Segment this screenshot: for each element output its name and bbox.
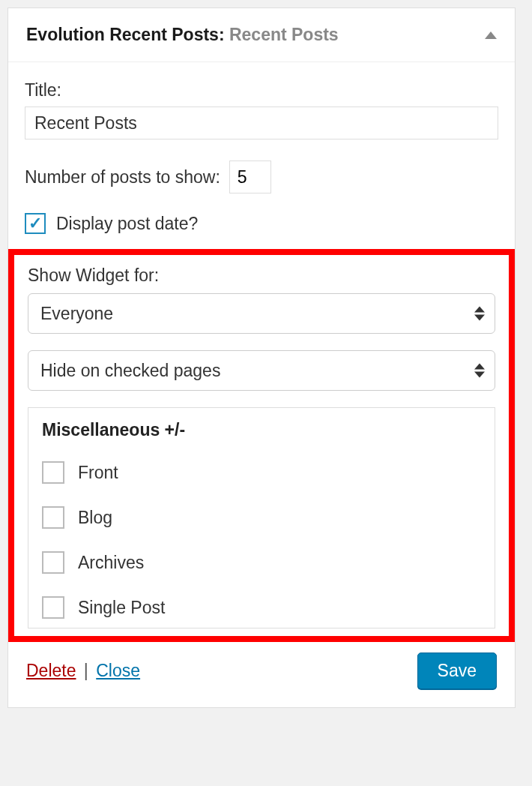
title-group: Title:: [25, 80, 498, 140]
widget-name: Evolution Recent Posts: [26, 25, 219, 44]
page-label: Blog: [78, 508, 112, 528]
rule-select[interactable]: Hide on checked pages: [28, 350, 495, 391]
page-row-blog: Blog: [42, 506, 481, 529]
delete-link[interactable]: Delete: [26, 661, 76, 680]
show-widget-label: Show Widget for:: [28, 266, 495, 286]
page-checkbox-single-post[interactable]: [42, 596, 64, 619]
page-label: Single Post: [78, 598, 165, 618]
pages-box: Miscellaneous +/- Front Blog Archives Si…: [28, 407, 495, 628]
widget-container: Evolution Recent Posts: Recent Posts Tit…: [7, 8, 516, 708]
rule-select-wrap: Hide on checked pages: [28, 350, 495, 391]
num-posts-input[interactable]: [229, 160, 271, 194]
num-posts-label: Number of posts to show:: [25, 167, 220, 188]
page-checkbox-archives[interactable]: [42, 551, 64, 574]
widget-footer: Delete | Close Save: [8, 642, 515, 707]
save-button[interactable]: Save: [417, 652, 497, 689]
visibility-highlight-box: Show Widget for: Everyone Hide on checke…: [8, 249, 515, 642]
page-label: Archives: [78, 553, 144, 573]
footer-separator: |: [79, 661, 93, 680]
display-date-row: Display post date?: [25, 213, 498, 234]
widget-header[interactable]: Evolution Recent Posts: Recent Posts: [8, 8, 515, 62]
visibility-select-wrap: Everyone: [28, 293, 495, 334]
footer-links: Delete | Close: [26, 661, 140, 681]
page-row-archives: Archives: [42, 551, 481, 574]
visibility-select[interactable]: Everyone: [28, 293, 495, 334]
page-checkbox-blog[interactable]: [42, 506, 64, 529]
num-posts-group: Number of posts to show:: [25, 160, 498, 194]
close-link[interactable]: Close: [96, 661, 140, 680]
pages-box-title: Miscellaneous +/-: [42, 420, 481, 440]
widget-title: Evolution Recent Posts: Recent Posts: [26, 25, 339, 45]
page-checkbox-front[interactable]: [42, 461, 64, 484]
collapse-icon[interactable]: [485, 32, 497, 39]
widget-instance-title: Recent Posts: [229, 25, 339, 44]
widget-body: Title: Number of posts to show: Display …: [8, 62, 515, 642]
display-date-label: Display post date?: [56, 214, 198, 234]
title-label: Title:: [25, 80, 498, 100]
page-label: Front: [78, 463, 118, 483]
page-row-single-post: Single Post: [42, 596, 481, 619]
page-row-front: Front: [42, 461, 481, 484]
widget-title-separator: :: [219, 25, 229, 44]
display-date-checkbox[interactable]: [25, 213, 46, 234]
title-input[interactable]: [25, 106, 498, 140]
